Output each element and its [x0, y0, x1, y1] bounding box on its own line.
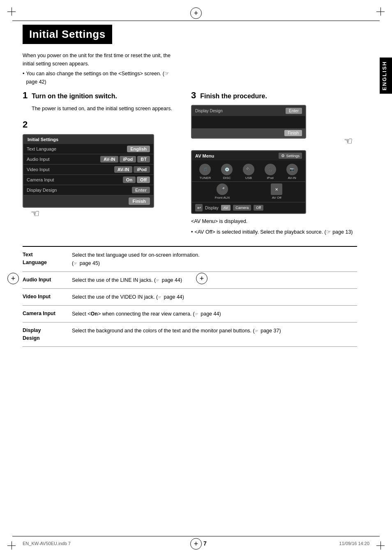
- hand-cursor-step2: ☜: [31, 208, 179, 219]
- compass-left: [7, 273, 19, 284]
- hand-cursor-step3: ☜: [191, 135, 353, 147]
- compass-right: [196, 273, 208, 284]
- screen-row-camera-input: Camera Input On Off: [23, 175, 153, 185]
- step3-description: <AV Menu> is displayed. • <AV Off> is se…: [191, 217, 357, 236]
- page-number: 7: [203, 540, 207, 547]
- table-row-display-design: DisplayDesign Select the background and …: [23, 323, 357, 347]
- screen-row-display-design: Display Design Enter: [23, 185, 153, 195]
- table-row-text-language: TextLanguage Select the text language us…: [23, 247, 357, 272]
- step1-header: 1 Turn on the ignition switch.: [23, 90, 179, 101]
- intro-paragraph: When you power on the unit for the first…: [23, 51, 179, 86]
- corner-mark-tl: [7, 7, 16, 16]
- step3-header: 3 Finish the procedure.: [191, 90, 357, 101]
- settings-table: TextLanguage Select the text language us…: [23, 246, 357, 347]
- screen-footer: Finish: [23, 195, 153, 207]
- corner-mark-tr: [376, 7, 385, 16]
- step1-desc: The power is turned on, and the initial …: [23, 105, 179, 113]
- page-title: Initial Settings: [23, 25, 112, 44]
- page-footer: EN_KW-AV50EU.indb 7 7 11/09/16 14:20: [0, 540, 392, 547]
- language-tab: ENGLISH: [380, 58, 392, 94]
- footer-date: 11/09/16 14:20: [339, 541, 369, 546]
- table-row-camera-input: Camera Input Select <On> when connecting…: [23, 306, 357, 323]
- step2-number: 2: [23, 119, 179, 130]
- av-menu-screen: AV Menu ⚙ Settings 🎵 TUNER 💿 DISC: [191, 150, 306, 214]
- screen-row-audio-input: Audio Input AV-IN iPod BT: [23, 154, 153, 165]
- table-row-audio-input: Audio Input Select the use of the LINE I…: [23, 272, 357, 289]
- screen-row-text-language: Text Language English: [23, 144, 153, 154]
- display-design-screen: Display Design Enter Finish: [191, 105, 306, 139]
- bottom-rule: [12, 536, 380, 536]
- screen-row-video-input: Video Input AV-IN iPod: [23, 165, 153, 175]
- footer-filename: EN_KW-AV50EU.indb 7: [23, 541, 71, 546]
- top-rule: [12, 21, 380, 21]
- initial-settings-screen: Initial Settings Text Language English A…: [23, 134, 154, 208]
- compass-top: [190, 7, 202, 19]
- table-row-video-input: Video Input Select the use of the VIDEO …: [23, 289, 357, 306]
- screen-title: Initial Settings: [23, 135, 153, 144]
